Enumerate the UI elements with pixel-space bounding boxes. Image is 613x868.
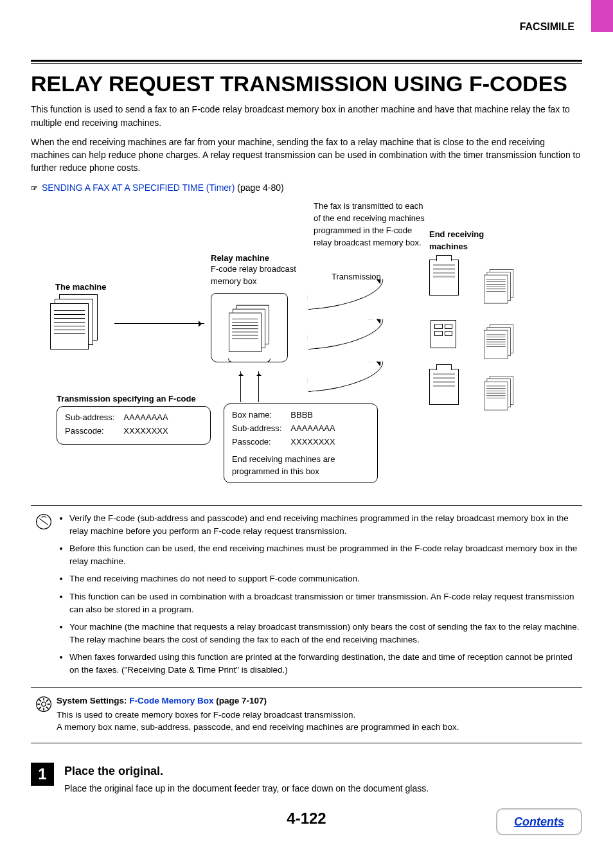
arrow-curve-2	[306, 319, 385, 350]
src-pass-k: Passcode:	[65, 425, 123, 439]
fcode-memory-link[interactable]: F-Code Memory Box	[129, 696, 213, 705]
intro-link-line: ☞ SENDING A FAX AT A SPECIFIED TIME (Tim…	[31, 181, 582, 194]
step-block: 1 Place the original. Place the original…	[31, 763, 582, 795]
settings-page: (page 7-107)	[214, 696, 267, 705]
settings-line1: This is used to create memory boxes for …	[57, 709, 582, 722]
note-item: The end receiving machines do not need t…	[69, 572, 582, 585]
gear-icon	[31, 695, 57, 734]
relay-fcode-box: Box name:BBBB Sub-address:AAAAAAAA Passc…	[224, 403, 378, 483]
rule-top-thin	[31, 63, 582, 64]
box-pass-v: XXXXXXXX	[290, 436, 344, 450]
note-icon	[31, 512, 57, 681]
note-item: Verify the F-code (sub-address and passc…	[69, 512, 582, 537]
end-doc-3	[484, 376, 516, 412]
svg-line-9	[46, 700, 48, 702]
settings-line2: A memory box name, sub-address, passcode…	[57, 721, 582, 734]
end-doc-2	[484, 324, 516, 360]
svg-line-7	[39, 700, 41, 702]
box-name-k: Box name:	[232, 409, 290, 423]
svg-line-8	[46, 707, 48, 709]
box-sub-v: AAAAAAAA	[290, 423, 344, 436]
src-pass-v: XXXXXXXX	[123, 425, 177, 439]
page-title: RELAY REQUEST TRANSMISSION USING F-CODES	[31, 71, 582, 96]
settings-title: System Settings: F-Code Memory Box (page…	[57, 695, 582, 707]
arrow-to-relay	[114, 323, 204, 324]
notes-block: Verify the F-code (sub-address and passc…	[31, 505, 582, 688]
contents-button[interactable]: Contents	[496, 808, 582, 835]
settings-block: System Settings: F-Code Memory Box (page…	[31, 688, 582, 743]
label-top-note: The fax is transmitted to each of the en…	[314, 200, 429, 249]
end-building-3	[429, 369, 459, 405]
svg-line-10	[39, 707, 41, 709]
pointer-line-left	[240, 371, 241, 402]
rule-top-thick	[31, 60, 582, 62]
label-end-title: End receiving machines	[429, 229, 506, 253]
timer-link[interactable]: SENDING A FAX AT A SPECIFIED TIME (Timer…	[42, 182, 235, 193]
src-sub-v: AAAAAAAA	[123, 412, 177, 425]
pointer-icon: ☞	[31, 184, 38, 193]
notes-list: Verify the F-code (sub-address and passc…	[57, 512, 582, 681]
note-item: This function can be used in combination…	[69, 590, 582, 616]
note-item: When faxes forwarded using this function…	[69, 651, 582, 676]
end-building-1	[429, 260, 459, 296]
arrow-curve-1	[306, 279, 385, 310]
step-title: Place the original.	[64, 763, 429, 779]
box-name-v: BBBB	[290, 409, 344, 423]
intro-paragraph-1: This function is used to send a fax to a…	[31, 103, 582, 129]
label-relay-sub: F-code relay broadcast memory box	[211, 263, 314, 288]
intro-paragraph-2: When the end receiving machines are far …	[31, 136, 582, 175]
box-pass-k: Passcode:	[232, 436, 290, 450]
svg-point-2	[42, 702, 46, 707]
box-note: End receiving machines are programmed in…	[232, 454, 369, 478]
step-body-text: Place the original face up in the docume…	[64, 782, 429, 795]
box-sub-k: Sub-address:	[232, 423, 290, 436]
pointer-line-right	[258, 371, 259, 402]
end-doc-1	[484, 269, 516, 305]
diagram: The machine Relay machine F-code relay b…	[31, 198, 582, 500]
label-the-machine: The machine	[55, 281, 106, 294]
label-fcode-caption: Transmission specifying an F-code	[57, 393, 196, 405]
settings-label: System Settings:	[57, 696, 129, 705]
arrow-curve-3	[306, 361, 385, 392]
note-item: Your machine (the machine that requests …	[69, 621, 582, 646]
source-fcode-box: Sub-address:AAAAAAAA Passcode:XXXXXXXX	[57, 406, 211, 445]
section-header: FACSIMILE	[31, 19, 582, 34]
note-item: Before this function can be used, the en…	[69, 542, 582, 567]
step-number: 1	[31, 763, 54, 786]
source-doc-icon	[50, 294, 102, 352]
src-sub-k: Sub-address:	[65, 412, 123, 425]
relay-doc-icon	[229, 305, 272, 355]
timer-link-page: (page 4-80)	[235, 182, 283, 193]
end-building-2	[431, 320, 456, 348]
